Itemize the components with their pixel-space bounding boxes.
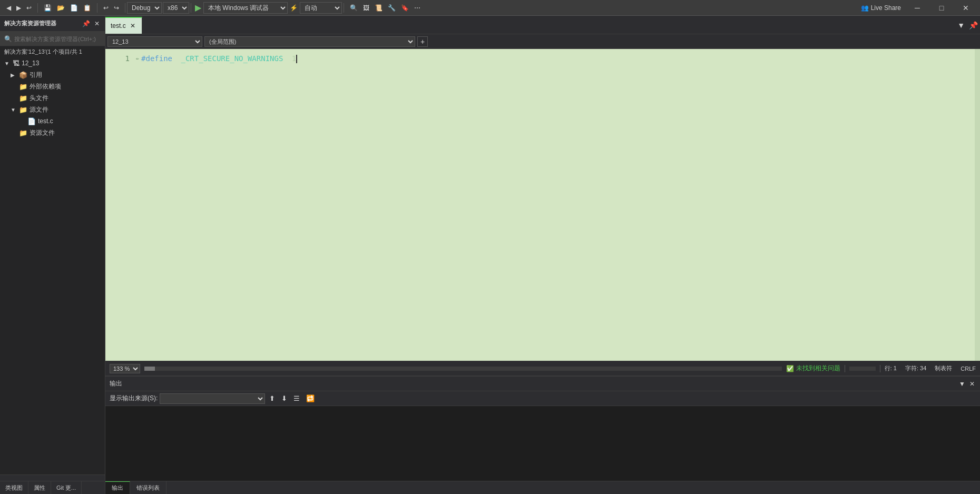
- output-dropdown-icon[interactable]: ▼: [958, 379, 966, 389]
- back-button[interactable]: ◀: [4, 2, 13, 14]
- search-button[interactable]: 🔍: [348, 2, 360, 14]
- save-button[interactable]: 💾: [42, 2, 54, 14]
- window-controls: ─ □ ✕: [905, 0, 978, 16]
- copy-button[interactable]: 📋: [81, 2, 93, 14]
- output-content[interactable]: [105, 406, 980, 481]
- output-source-dropdown[interactable]: [160, 393, 265, 404]
- status-message-text: 未找到相关问题: [796, 364, 840, 373]
- close-button[interactable]: ✕: [954, 0, 978, 16]
- minimize-button[interactable]: ─: [905, 0, 929, 16]
- line-numbers: 1: [105, 49, 132, 361]
- sources-expand-icon: ▼: [11, 107, 17, 113]
- line-number-1: 1: [110, 53, 130, 64]
- tab-scroll-right: ▼ 📌: [955, 17, 980, 34]
- sidebar-bottom-tabs: 类视图 属性 Git 更...: [0, 481, 105, 494]
- define-keyword: #define: [141, 54, 172, 63]
- bottom-tab-errors[interactable]: 错误列表: [130, 481, 166, 495]
- new-button[interactable]: 📄: [68, 2, 80, 14]
- bottom-tab-output[interactable]: 输出: [105, 481, 130, 495]
- status-message: ✅ 未找到相关问题: [786, 364, 840, 373]
- sidebar-tab-class[interactable]: 类视图: [0, 481, 28, 495]
- headers-label: 头文件: [30, 94, 48, 103]
- project-expand-icon: ▼: [4, 61, 11, 66]
- search-icon: 🔍: [4, 35, 12, 43]
- horizontal-scrollbar[interactable]: [144, 367, 782, 371]
- auto-dropdown[interactable]: 自动: [300, 2, 342, 14]
- code-text-1: #define _CRT_SECURE_NO_WARNINGS 1: [141, 53, 297, 64]
- attach-button[interactable]: ⚡: [288, 2, 300, 14]
- output-panel: 输出 ▼ ✕ 显示输出来源(S): ⬆ ⬇ ☰ 🔁: [105, 376, 980, 481]
- img-button[interactable]: 🖼: [361, 2, 371, 14]
- extra-button[interactable]: ⋯: [412, 2, 423, 14]
- tree-item-project[interactable]: ▼ 🏗 12_13: [0, 57, 105, 69]
- search-input[interactable]: [14, 36, 101, 42]
- output-source-label: 显示输出来源(S):: [110, 394, 158, 403]
- tab-expand-button[interactable]: ▼: [955, 17, 967, 34]
- tree-item-testc[interactable]: 📄 test.c: [0, 115, 105, 127]
- tab-testc[interactable]: test.c ✕: [105, 17, 142, 34]
- code-line-1: ✏ #define _CRT_SECURE_NO_WARNINGS 1: [136, 53, 971, 64]
- undo-button[interactable]: ↩: [24, 2, 34, 14]
- debug-dropdown[interactable]: Debug: [127, 2, 162, 14]
- bookmark-button[interactable]: 🔖: [399, 2, 411, 14]
- script-button[interactable]: 📜: [373, 2, 385, 14]
- redo-button[interactable]: ↪: [112, 2, 121, 14]
- sidebar-tab-props[interactable]: 属性: [28, 481, 51, 495]
- sidebar-tab-git[interactable]: Git 更...: [51, 481, 82, 495]
- top-toolbar: ◀ ▶ ↩ 💾 📂 📄 📋 ↩ ↪ Debug x86 ▶ 本地 Windows…: [0, 0, 980, 16]
- tab-pin-button[interactable]: 📌: [967, 17, 980, 34]
- testc-icon: 📄: [27, 117, 36, 125]
- run-button[interactable]: ▶: [193, 3, 203, 13]
- solution-label: 解决方案'12_13'(1 个项目/共 1: [0, 46, 105, 57]
- output-down-button[interactable]: ⬇: [279, 393, 289, 404]
- macro-name: _CRT_SECURE_NO_WARNINGS: [181, 54, 283, 63]
- status-sep1: [845, 365, 845, 372]
- tab-testc-label: test.c: [111, 22, 126, 29]
- tree-item-deps[interactable]: 📁 外部依赖项: [0, 81, 105, 92]
- line-ending-info: CRLF: [961, 365, 976, 372]
- editor-scrollbar-y[interactable]: [975, 49, 980, 361]
- tree-item-headers[interactable]: 📁 头文件: [0, 92, 105, 104]
- sep4: [191, 3, 191, 13]
- scrollbar-thumb[interactable]: [144, 367, 155, 371]
- output-clear-button[interactable]: 🔁: [304, 393, 317, 404]
- ref-icon: 📦: [19, 71, 27, 79]
- output-controls: 显示输出来源(S): ⬆ ⬇ ☰ 🔁: [105, 391, 980, 406]
- code-content[interactable]: ✏ #define _CRT_SECURE_NO_WARNINGS 1: [132, 49, 975, 361]
- add-member-button[interactable]: +: [417, 36, 428, 47]
- ref-label: 引用: [30, 71, 42, 80]
- forward-button[interactable]: ▶: [14, 2, 23, 14]
- sidebar-hscroll[interactable]: [0, 475, 105, 481]
- member-dropdown[interactable]: (全局范围): [204, 36, 415, 47]
- sidebar: 解决方案资源管理器 📌 ✕ 🔍 解决方案'12_13'(1 个项目/共 1 ▼ …: [0, 16, 105, 494]
- close-sidebar-icon[interactable]: ✕: [93, 19, 101, 28]
- sidebar-title-bar: 解决方案资源管理器 📌 ✕: [0, 16, 105, 32]
- output-filter-button[interactable]: ☰: [291, 393, 302, 404]
- status-right: 行: 1 字符: 34 制表符 CRLF: [885, 364, 976, 372]
- live-share-button[interactable]: 👥 Live Share: [857, 4, 905, 12]
- maximize-button[interactable]: □: [929, 0, 954, 16]
- tree-item-ref[interactable]: ▶ 📦 引用: [0, 69, 105, 81]
- pencil-icon: ✏: [136, 53, 139, 64]
- target-dropdown[interactable]: 本地 Windows 调试器: [203, 2, 288, 14]
- code-editor[interactable]: 1 ✏ #define _CRT_SECURE_NO_WARNINGS 1: [105, 49, 980, 361]
- output-up-button[interactable]: ⬆: [267, 393, 277, 404]
- ref-expand-icon: ▶: [11, 72, 17, 78]
- scope-dropdown[interactable]: 12_13: [107, 36, 202, 47]
- tree-item-sources[interactable]: ▼ 📁 源文件: [0, 104, 105, 115]
- pin-icon[interactable]: 📌: [81, 19, 91, 28]
- sep5: [344, 3, 344, 13]
- deps-icon: 📁: [19, 83, 27, 91]
- undo2-button[interactable]: ↩: [101, 2, 111, 14]
- platform-dropdown[interactable]: x86: [163, 2, 189, 14]
- macro-value: 1: [292, 54, 296, 63]
- zoom-dropdown[interactable]: 133 %: [110, 364, 140, 373]
- tree-item-resources[interactable]: 📁 资源文件: [0, 127, 105, 139]
- main-area: 解决方案资源管理器 📌 ✕ 🔍 解决方案'12_13'(1 个项目/共 1 ▼ …: [0, 16, 980, 494]
- tab-close-button[interactable]: ✕: [129, 22, 136, 29]
- output-close-icon[interactable]: ✕: [968, 379, 976, 389]
- open-button[interactable]: 📂: [55, 2, 67, 14]
- status-hscroll2[interactable]: [849, 367, 876, 371]
- tools-button[interactable]: 🔧: [386, 2, 398, 14]
- editor-area: test.c ✕ ▼ 📌 12_13 (全局范围) + 1: [105, 16, 980, 494]
